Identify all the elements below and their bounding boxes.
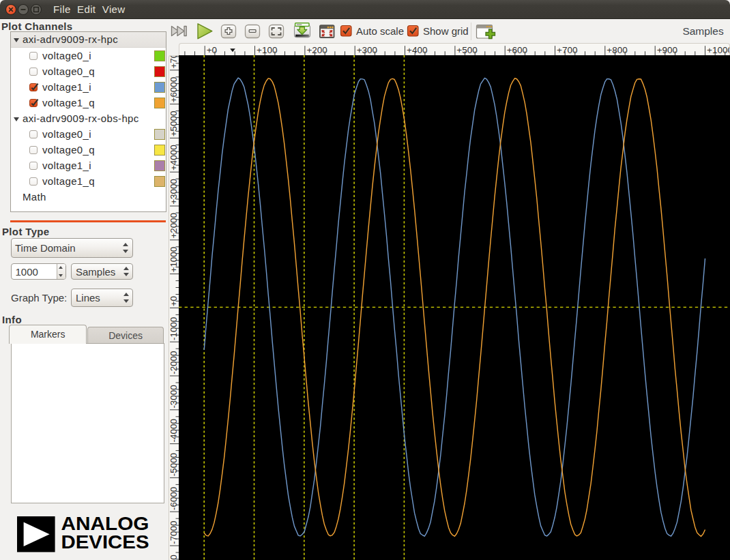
svg-text:+5000: +5000 (169, 111, 179, 137)
svg-text:+800: +800 (607, 45, 627, 55)
svg-text:+2000: +2000 (169, 213, 179, 239)
svg-text:DEVICES: DEVICES (61, 531, 149, 552)
svg-text:-1000: -1000 (169, 317, 179, 340)
svg-text:+700: +700 (557, 45, 577, 55)
svg-text:Show grid: Show grid (423, 25, 469, 37)
svg-text:-6000: -6000 (169, 487, 179, 510)
svg-text:+0: +0 (207, 45, 217, 55)
svg-text:+3000: +3000 (169, 179, 179, 205)
svg-text:-7000: -7000 (169, 521, 179, 544)
svg-text:-2000: -2000 (169, 351, 179, 374)
svg-text:+0: +0 (169, 296, 179, 306)
svg-text:-8000: -8000 (169, 555, 179, 560)
svg-text:+400: +400 (407, 45, 427, 55)
svg-text:-5000: -5000 (169, 453, 179, 476)
svg-text:Samples: Samples (682, 25, 724, 37)
svg-text:+6000: +6000 (169, 77, 179, 103)
svg-text:+7000: +7000 (169, 56, 179, 69)
svg-text:+900: +900 (657, 45, 677, 55)
svg-text:+200: +200 (306, 45, 327, 55)
svg-text:-4000: -4000 (169, 419, 179, 442)
svg-text:+1000: +1000 (169, 247, 179, 273)
svg-text:+300: +300 (357, 45, 377, 55)
svg-text:+4000: +4000 (169, 145, 179, 171)
svg-text:+100: +100 (257, 45, 277, 55)
svg-text:Auto scale: Auto scale (356, 25, 404, 37)
svg-text:+600: +600 (507, 45, 527, 55)
svg-text:+1000: +1000 (707, 45, 729, 55)
svg-text:-3000: -3000 (169, 385, 179, 408)
svg-text:+500: +500 (456, 45, 477, 55)
